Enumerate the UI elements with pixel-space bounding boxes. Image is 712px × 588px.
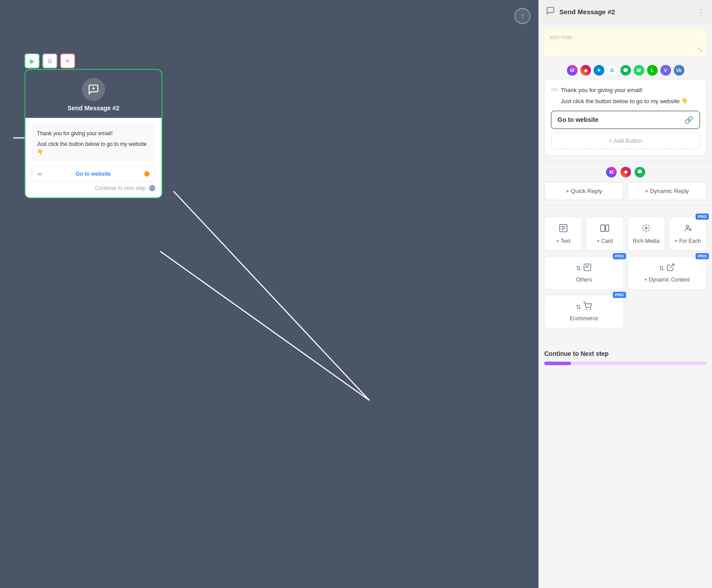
node-goto-button[interactable]: ∞ Go to website (32, 166, 155, 181)
instagram-icon[interactable]: ◈ (580, 65, 591, 76)
node-body: Thank you for giving your email! Just cl… (25, 118, 162, 197)
note-area[interactable]: add note ... ⤡ (544, 29, 707, 56)
node-continue-next: Continue to next step (32, 181, 155, 191)
dynamic-reply-label: + Dynamic Reply (645, 188, 689, 194)
svg-point-11 (645, 227, 647, 229)
dynamic-sort-icon: ⇅ (659, 265, 664, 272)
svg-line-2 (160, 251, 369, 400)
msg-type-grid: + Text + Card Rich Media (539, 211, 712, 256)
add-button[interactable]: + Add Button (551, 133, 700, 149)
svg-point-18 (590, 309, 591, 310)
message-preview: </> Thank you for giving your email! Jus… (544, 79, 707, 156)
continue-title: Continue to Next step (544, 350, 707, 357)
svg-point-12 (687, 225, 689, 228)
node-message-bubble: Thank you for giving your email! Just cl… (32, 124, 155, 161)
node-toolbar: ▶ ⧉ ✕ (24, 53, 75, 68)
type-dynamic-content-label: + Dynamic Content (644, 277, 690, 283)
for-each-type-icon (683, 223, 692, 235)
add-button-label: + Add Button (609, 137, 642, 144)
type-ecommerce-button[interactable]: PRO ⇅ Ecommerce (544, 295, 624, 328)
node-orange-dot (144, 171, 150, 177)
preview-line2: Just click the button below to go to my … (561, 97, 688, 106)
svg-rect-10 (606, 225, 609, 231)
node-message-line2: Just click the button below to go to my … (37, 140, 150, 156)
node-title: Send Message #2 (68, 105, 120, 112)
preview-message: Thank you for giving your email! Just cl… (561, 86, 688, 106)
wechat-icon[interactable]: 💬 (620, 65, 631, 76)
upload-button[interactable]: ↑ (514, 8, 530, 24)
rich-media-type-icon (641, 223, 651, 235)
type-text-button[interactable]: + Text (544, 217, 582, 251)
svg-line-16 (670, 264, 674, 268)
play-button[interactable]: ▶ (24, 53, 40, 68)
node-link-icon: ∞ (37, 170, 42, 177)
type-text-label: + Text (556, 238, 570, 244)
continue-section: Continue to Next step (539, 345, 712, 371)
node-goto-label: Go to website (76, 171, 111, 177)
dynamic-content-type-icon (666, 263, 675, 274)
dynamic-reply-button[interactable]: + Dynamic Reply (627, 182, 707, 200)
node-icon (82, 78, 105, 101)
delete-button[interactable]: ✕ (60, 53, 75, 68)
panel-title: Send Message #2 (559, 8, 692, 16)
panel-menu-button[interactable]: ⋮ (697, 7, 705, 17)
dynamic-content-pro-badge: PRO (696, 253, 709, 259)
viber-icon[interactable]: V (660, 65, 671, 76)
copy-button[interactable]: ⧉ (42, 53, 57, 68)
continue-bar-fill (544, 362, 571, 365)
for-each-pro-badge: PRO (696, 213, 709, 220)
node-message-line1: Thank you for giving your email! (37, 129, 150, 137)
link-icon: 🔗 (684, 116, 693, 124)
type-rich-media-button[interactable]: Rich Media (627, 217, 665, 251)
msg-type-grid-2: PRO ⇅ Others PRO ⇅ (539, 256, 712, 295)
vk-icon[interactable]: Vk (674, 65, 684, 76)
telegram-icon[interactable]: ✈ (594, 65, 604, 76)
type-others-button[interactable]: PRO ⇅ Others (544, 256, 624, 290)
type-others-label: Others (576, 277, 592, 283)
messenger-icon[interactable]: M (567, 65, 578, 76)
divider-2 (539, 205, 712, 206)
type-for-each-button[interactable]: PRO + For Each (669, 217, 707, 251)
type-card-button[interactable]: + Card (586, 217, 623, 251)
svg-line-1 (174, 191, 369, 400)
right-panel: Send Message #2 ⋮ add note ... ⤡ M ◈ ✈ G… (538, 0, 712, 588)
canvas-area: ↑ ▶ ⧉ ✕ Send Message #2 (0, 0, 538, 588)
quick-reply-social-row: M ◈ 💬 (544, 167, 707, 177)
card-type-icon (600, 223, 610, 235)
code-icon: </> (551, 87, 558, 92)
goto-website-button[interactable]: Go to website 🔗 (551, 111, 700, 129)
reply-buttons-row: + Quick Reply + Dynamic Reply (544, 182, 707, 200)
quick-reply-button[interactable]: + Quick Reply (544, 182, 624, 200)
others-sort-icon: ⇅ (576, 265, 581, 272)
ecommerce-pro-badge: PRO (613, 292, 626, 298)
ecommerce-sort-icon: ⇅ (576, 303, 581, 310)
quick-reply-section: M ◈ 💬 + Quick Reply + Dynamic Reply (539, 167, 712, 200)
svg-rect-9 (601, 225, 605, 231)
qr-messenger-icon[interactable]: M (606, 167, 617, 177)
preview-line1: Thank you for giving your email! (561, 86, 688, 95)
qr-instagram-icon[interactable]: ◈ (620, 167, 631, 177)
divider-1 (539, 161, 712, 161)
node-card: Send Message #2 Thank you for giving you… (24, 69, 162, 198)
qr-wechat-icon[interactable]: 💬 (635, 167, 645, 177)
type-ecommerce-label: Ecommerce (570, 315, 598, 322)
type-dynamic-content-button[interactable]: PRO ⇅ + Dynamic Content (627, 256, 707, 290)
panel-header-icon (546, 6, 555, 17)
svg-point-17 (586, 309, 587, 310)
note-placeholder: add note ... (550, 34, 578, 40)
others-type-icon (583, 263, 592, 274)
msg-type-grid-3: PRO ⇅ Ecommerce (539, 295, 712, 334)
note-expand-icon: ⤡ (698, 46, 703, 53)
continue-bar (544, 362, 707, 365)
google-icon[interactable]: G (607, 65, 618, 76)
others-pro-badge: PRO (613, 253, 626, 259)
node-continue-label: Continue to next step (95, 185, 146, 191)
goto-website-label: Go to website (558, 116, 599, 123)
social-icons-top-row: M ◈ ✈ G 💬 W L V Vk (539, 61, 712, 79)
type-for-each-label: + For Each (675, 238, 701, 244)
type-rich-media-label: Rich Media (633, 238, 659, 244)
line-icon[interactable]: L (647, 65, 658, 76)
divider-3 (539, 339, 712, 339)
type-card-label: + Card (597, 238, 613, 244)
whatsapp-icon[interactable]: W (634, 65, 644, 76)
